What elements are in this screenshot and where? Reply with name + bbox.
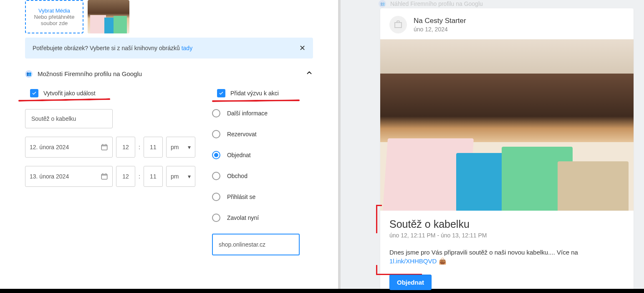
banner-text: Potřebujete obrázek? Vyberte si z naší k… [33,45,192,51]
radio-icon [212,214,220,222]
cta-option-zavolat-nyní[interactable]: Zavolat nyní [212,214,321,222]
cta-option-label: Další informace [227,110,268,117]
radio-icon [212,193,220,201]
business-avatar [389,16,407,33]
cta-option-label: Objednat [227,152,251,158]
add-cta-label: Přidat výzvu k akci [230,90,279,97]
caret-down-icon: ▾ [188,144,191,150]
preview-pane: 👥 Náhled Firemního profilu na Googlu Na … [341,0,644,293]
editor-pane: Vybrat Média Nebo přetáhněte soubor zde … [0,0,338,293]
preview-panel-header: 👥 Náhled Firemního profilu na Googlu [379,0,634,8]
thumbnail-image [88,0,129,33]
briefcase-icon [393,20,403,30]
cta-radio-group: Další informaceRezervovatObjednatObchodP… [212,109,321,222]
end-date-input[interactable]: 13. února 2024 [25,166,113,187]
end-minute-input[interactable]: 11 [144,166,163,187]
calendar-icon [101,173,108,180]
start-hour-input[interactable]: 12 [116,137,135,158]
radio-icon [212,172,220,180]
event-name-input[interactable] [25,109,113,128]
google-profile-icon: 👥 [379,0,386,8]
cta-option-další-informace[interactable]: Další informace [212,109,321,117]
preview-shortlink[interactable]: 1l.ink/XHHBQVD [389,257,437,265]
upload-sub1: Nebo přetáhněte [34,14,75,20]
start-minute-input[interactable]: 11 [144,137,163,158]
cta-option-label: Zavolat nyní [227,214,259,221]
upload-title: Vybrat Média [38,8,70,14]
radio-icon [212,151,220,159]
end-hour-input[interactable]: 12 [116,166,135,187]
caret-down-icon: ▾ [188,173,191,180]
create-event-label: Vytvořit jako událost [43,90,96,97]
calendar-icon [101,143,108,151]
preview-cta-button[interactable]: Objednat [389,275,432,290]
cta-option-label: Obchod [227,173,247,179]
cta-option-label: Přihlásit se [227,194,255,200]
cta-option-obchod[interactable]: Obchod [212,172,321,180]
cta-url-input[interactable] [212,234,300,255]
radio-icon [212,130,220,138]
post-date: úno 12, 2024 [414,26,466,33]
event-column: Vytvořit jako událost 12. února 2024 12 … [25,89,195,255]
media-thumbnail[interactable] [88,0,129,33]
business-name: Na Cesty Starter [414,17,466,25]
add-cta-checkbox[interactable] [217,89,225,97]
upload-sub2: soubor zde [41,20,68,26]
cta-column: Přidat výzvu k akci Další informaceRezer… [212,89,321,255]
end-ampm-select[interactable]: pm ▾ [166,166,195,187]
start-date-input[interactable]: 12. února 2024 [25,137,113,158]
preview-description: Dnes jsme pro Vás připravili soutěž o na… [389,248,624,265]
google-profile-icon: 👥 [25,70,33,78]
preview-card: Na Cesty Starter úno 12, 2024 Soutěž o k… [380,8,634,293]
cta-option-rezervovat[interactable]: Rezervovat [212,130,321,138]
close-icon[interactable]: ✕ [299,43,306,53]
preview-image [380,39,634,211]
radio-icon [212,109,220,117]
library-link[interactable]: tady [182,45,192,51]
preview-event-dates: úno 12, 12:11 PM - úno 13, 12:11 PM [389,232,624,239]
cta-option-přihlásit-se[interactable]: Přihlásit se [212,193,321,201]
media-upload-dropzone[interactable]: Vybrat Média Nebo přetáhněte soubor zde [25,0,83,33]
cta-option-objednat[interactable]: Objednat [212,151,321,159]
chevron-up-icon[interactable] [306,69,313,79]
bottom-bar [0,289,644,293]
cta-option-label: Rezervovat [227,131,257,138]
preview-event-title: Soutěž o kabelku [389,218,624,230]
section-title: Možnosti Firemního profilu na Googlu [38,70,142,77]
google-profile-section-header[interactable]: 👥 Možnosti Firemního profilu na Googlu [25,69,313,79]
library-hint-banner: Potřebujete obrázek? Vyberte si z naší k… [25,38,313,59]
start-ampm-select[interactable]: pm ▾ [166,137,195,158]
create-event-checkbox[interactable] [30,89,38,97]
